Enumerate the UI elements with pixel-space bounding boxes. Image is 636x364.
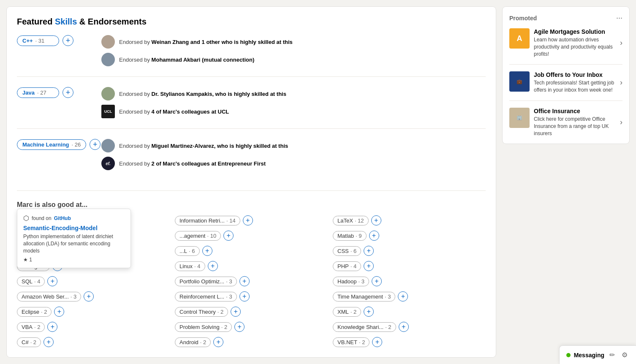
add-xml-button[interactable]: +	[364, 307, 374, 317]
skill-tag-vba[interactable]: VBA · 2	[17, 322, 45, 332]
promo-content-joboffers: Job Offers to Your Inbox Tech profession…	[534, 71, 616, 94]
endorsement-row: UCL Endorsed by 4 of Marc's colleagues a…	[101, 105, 486, 118]
skill-tag-management[interactable]: ...agement · 10	[175, 231, 221, 241]
chevron-right-icon: ›	[620, 118, 622, 127]
skill-tag-ml3[interactable]: ...L · 6	[175, 246, 200, 256]
skill-grid-item: ...agement · 10 +	[175, 231, 328, 241]
endorsement-row: Endorsed by Weinan Zhang and 1 other who…	[101, 35, 486, 49]
main-card: Featured Skills & Endorsements C++ · 31 …	[7, 7, 496, 357]
skill-tag-rl[interactable]: Reinforcement L... · 3	[175, 292, 237, 302]
add-vbnet-button[interactable]: +	[372, 337, 382, 347]
skill-tag-portfolio[interactable]: Portfolio Optimiz... · 3	[175, 277, 237, 286]
skill-tag-xml[interactable]: XML · 2	[333, 307, 361, 317]
avatar	[101, 53, 115, 66]
add-management-button[interactable]: +	[223, 231, 234, 241]
online-status-dot	[566, 353, 571, 357]
promo-content-agile: Agile Mortgages Solution Learn how autom…	[534, 28, 616, 57]
promo-desc-joboffers: Tech professionals! Start getting job of…	[534, 79, 616, 94]
add-portfolio-button[interactable]: +	[239, 276, 250, 286]
add-linux-button[interactable]: +	[208, 261, 218, 271]
skill-tag-cpp[interactable]: C++ · 31	[17, 35, 59, 46]
skill-left-cpp: C++ · 31 +	[17, 35, 101, 46]
skill-tag-php[interactable]: PHP · 4	[333, 261, 361, 271]
add-inforetri-button[interactable]: +	[243, 215, 253, 225]
promo-content-insurance: Office Insurance Click here for competit…	[534, 108, 616, 137]
repo-name[interactable]: Semantic-Encoding-Model	[23, 225, 125, 231]
messaging-settings-button[interactable]: ⚙	[620, 350, 629, 360]
also-good-title: Marc is also good at...	[17, 201, 486, 209]
skill-tag-eclipse[interactable]: Eclipse · 2	[17, 307, 52, 317]
skill-grid-item: Reinforcement L... · 3 +	[175, 291, 328, 302]
skill-grid-item: Problem Solving · 2 +	[175, 322, 328, 332]
add-matlab-button[interactable]: +	[369, 231, 379, 241]
avatar: UCL	[101, 105, 115, 118]
promoted-card: Promoted ··· A Agile Mortgages Solution …	[503, 7, 629, 144]
skill-grid-item: VB.NET · 2 +	[333, 337, 486, 347]
section-title: Featured Skills & Endorsements	[17, 17, 486, 27]
endorsement-row: Endorsed by Mohammad Akbari (mutual conn…	[101, 53, 486, 66]
skill-tag-csharp[interactable]: C# · 2	[17, 337, 41, 347]
tooltip-stars: ★ 1	[23, 257, 125, 263]
more-button[interactable]: ···	[616, 14, 622, 22]
skill-grid-item: VBA · 2 +	[17, 322, 170, 332]
skill-tag-control-theory[interactable]: Control Theory · 2	[175, 307, 228, 317]
github-link[interactable]: GitHub	[54, 215, 71, 221]
endorsement-row: Endorsed by Miguel Martinez-Alvarez, who…	[101, 139, 486, 152]
add-latex-button[interactable]: +	[371, 215, 381, 225]
add-aws-button[interactable]: +	[84, 291, 94, 302]
add-ml-button[interactable]: +	[90, 139, 101, 150]
add-android-button[interactable]: +	[213, 337, 223, 347]
promo-item-joboffers[interactable]: 💼 Job Offers to Your Inbox Tech professi…	[509, 71, 622, 101]
add-problem-solving-button[interactable]: +	[234, 322, 245, 332]
github-icon: ⬡	[23, 214, 29, 222]
skill-tag-ml[interactable]: Machine Learning · 26	[17, 139, 86, 150]
skill-tag-vbnet[interactable]: VB.NET · 2	[333, 337, 370, 347]
sidebar: Promoted ··· A Agile Mortgages Solution …	[503, 7, 629, 357]
skill-tag-hadoop[interactable]: Hadoop · 3	[333, 277, 369, 286]
skill-left-ml: Machine Learning · 26 +	[17, 139, 101, 150]
promo-title-joboffers: Job Offers to Your Inbox	[534, 71, 616, 78]
skill-tag-android[interactable]: Android · 2	[175, 337, 211, 347]
promo-item-insurance[interactable]: 🏢 Office Insurance Click here for compet…	[509, 108, 622, 137]
compose-message-button[interactable]: ✏	[608, 350, 617, 360]
add-cpp-button[interactable]: +	[63, 35, 73, 46]
promo-desc-insurance: Click here for competitive Office Insura…	[534, 116, 616, 137]
endorsements-ml: Endorsed by Miguel Martinez-Alvarez, who…	[101, 139, 486, 170]
add-sql-button[interactable]: +	[47, 276, 57, 286]
skill-tag-problem-solving[interactable]: Problem Solving · 2	[175, 322, 232, 332]
skill-tag-java[interactable]: Java · 27	[17, 87, 59, 98]
repo-desc: Python implementation of latent dirichie…	[23, 233, 125, 254]
skill-tag-linux[interactable]: Linux · 4	[175, 261, 205, 271]
add-csharp-button[interactable]: +	[43, 337, 54, 347]
skill-grid-item: Time Management · 3 +	[333, 291, 486, 302]
featured-skill-cpp: C++ · 31 + Endorsed by Weinan Zhang and …	[17, 35, 486, 77]
skill-tag-matlab[interactable]: Matlab · 9	[333, 231, 367, 241]
add-java-button[interactable]: +	[63, 87, 73, 98]
skill-tag-css[interactable]: CSS · 6	[333, 246, 361, 256]
add-control-theory-button[interactable]: +	[231, 307, 241, 317]
github-tooltip-popup: ⬡ found on GitHub Semantic-Encoding-Mode…	[17, 209, 131, 268]
avatar	[101, 139, 115, 152]
skill-tag-inforetri[interactable]: Information Retri... · 14	[175, 216, 240, 225]
add-css-button[interactable]: +	[364, 246, 374, 256]
add-hadoop-button[interactable]: +	[372, 276, 382, 286]
skill-tag-latex[interactable]: LaTeX · 12	[333, 216, 369, 225]
promoted-label: Promoted	[509, 15, 537, 22]
add-ml3-button[interactable]: +	[202, 246, 212, 256]
skill-grid-item: Knowledge Shari... · 2 +	[333, 322, 486, 332]
promoted-header: Promoted ···	[509, 14, 622, 22]
add-timemanagement-button[interactable]: +	[398, 291, 408, 302]
skill-tag-knowledge-sharing[interactable]: Knowledge Shari... · 2	[333, 322, 396, 332]
add-knowledge-sharing-button[interactable]: +	[399, 322, 409, 332]
add-vba-button[interactable]: +	[47, 322, 57, 332]
skill-tag-timemanagement[interactable]: Time Management · 3	[333, 292, 395, 302]
skill-tag-aws[interactable]: Amazon Web Ser... · 3	[17, 292, 81, 302]
add-php-button[interactable]: +	[364, 261, 374, 271]
endorsements-cpp: Endorsed by Weinan Zhang and 1 other who…	[101, 35, 486, 66]
skill-left-java: Java · 27 +	[17, 87, 101, 98]
add-eclipse-button[interactable]: +	[54, 307, 64, 317]
skill-tag-sql[interactable]: SQL · 4	[17, 277, 45, 286]
messaging-label[interactable]: Messaging	[574, 352, 604, 359]
promo-item-agile[interactable]: A Agile Mortgages Solution Learn how aut…	[509, 28, 622, 65]
add-rl-button[interactable]: +	[239, 291, 250, 302]
